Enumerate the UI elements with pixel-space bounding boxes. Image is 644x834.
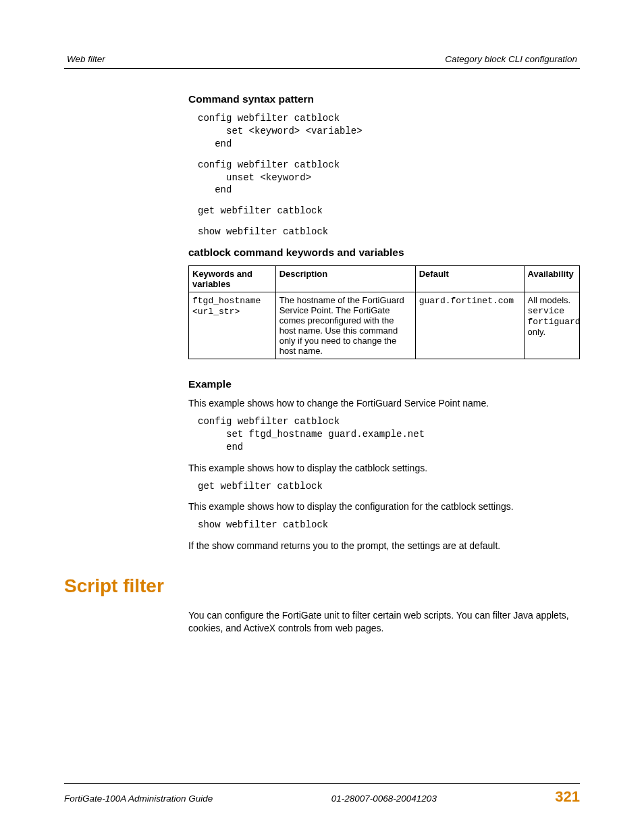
example-note: If the show command returns you to the p… xyxy=(188,540,580,552)
keywords-table: Keywords and variables Description Defau… xyxy=(188,265,580,359)
cell-default: guard.fortinet.com xyxy=(415,292,524,359)
page-number: 321 xyxy=(555,788,580,806)
code-example-1: config webfilter catblock set ftgd_hostn… xyxy=(198,415,580,454)
code-syntax-unset: config webfilter catblock unset <keyword… xyxy=(198,159,580,197)
code-syntax-set: config webfilter catblock set <keyword> … xyxy=(198,112,580,151)
heading-table-caption: catblock command keywords and variables xyxy=(188,246,580,259)
th-description: Description xyxy=(275,266,415,292)
avail-code: service fortiguard xyxy=(528,306,581,327)
heading-example: Example xyxy=(188,378,580,390)
example-intro-3: This example shows how to display the co… xyxy=(188,500,580,513)
header-rule xyxy=(64,68,580,69)
page-header: Web filter Category block CLI configurat… xyxy=(64,54,580,68)
default-value: guard.fortinet.com xyxy=(419,296,514,306)
heading-command-syntax: Command syntax pattern xyxy=(188,93,580,105)
script-filter-content: You can configure the FortiGate unit to … xyxy=(64,609,580,635)
cell-availability: All models. service fortiguard only. xyxy=(524,292,579,359)
code-syntax-show: show webfilter catblock xyxy=(198,226,580,238)
page-footer: FortiGate-100A Administration Guide 01-2… xyxy=(64,783,580,806)
example-intro-1: This example shows how to change the For… xyxy=(188,397,580,410)
example-intro-2: This example shows how to display the ca… xyxy=(188,462,580,475)
code-syntax-get: get webfilter catblock xyxy=(198,205,580,217)
avail-line1: All models. xyxy=(528,295,571,305)
main-content: Command syntax pattern config webfilter … xyxy=(64,93,580,552)
keyword-name: ftgd_hostname xyxy=(192,296,261,306)
table-header-row: Keywords and variables Description Defau… xyxy=(189,266,580,292)
th-keywords: Keywords and variables xyxy=(189,266,276,292)
footer-left: FortiGate-100A Administration Guide xyxy=(64,793,213,804)
script-filter-body: You can configure the FortiGate unit to … xyxy=(188,609,580,635)
table-row: ftgd_hostname <url_str> The hostname of … xyxy=(189,292,580,359)
th-default: Default xyxy=(415,266,524,292)
cell-description: The hostname of the FortiGuard Service P… xyxy=(275,292,415,359)
footer-center: 01-28007-0068-20041203 xyxy=(331,793,437,804)
header-right: Category block CLI configuration xyxy=(445,54,577,64)
code-example-2: get webfilter catblock xyxy=(198,480,580,493)
cell-keyword: ftgd_hostname <url_str> xyxy=(189,292,276,359)
heading-script-filter: Script filter xyxy=(64,575,580,597)
avail-suffix: only. xyxy=(528,327,546,337)
th-availability: Availability xyxy=(524,266,579,292)
header-left: Web filter xyxy=(67,54,105,64)
keyword-arg: <url_str> xyxy=(192,307,240,317)
code-example-3: show webfilter catblock xyxy=(198,519,580,531)
